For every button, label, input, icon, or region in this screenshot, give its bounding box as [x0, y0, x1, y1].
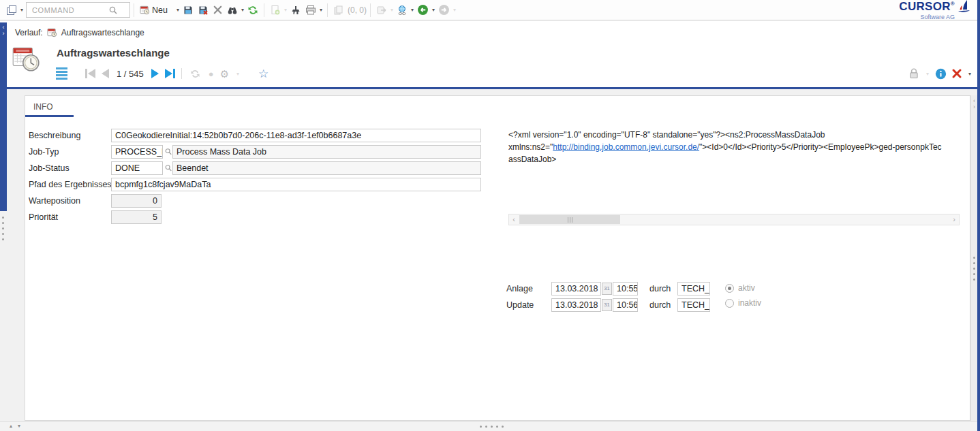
radio-aktiv[interactable]: [725, 284, 734, 293]
info-icon[interactable]: [935, 68, 947, 80]
list-menu-icon[interactable]: [55, 66, 69, 81]
update-label: Update: [506, 298, 534, 312]
pfad-field[interactable]: bcpmfg1c8fcjav9MaDaTa: [111, 178, 481, 191]
update-user-field[interactable]: TECH_U: [677, 298, 710, 312]
prioritaet-field: 5: [111, 210, 162, 224]
previous-record-button[interactable]: [102, 69, 109, 78]
reload-record-button[interactable]: [188, 67, 202, 80]
arrow-up-icon: ▴: [10, 423, 12, 429]
window-switcher-button[interactable]: [4, 3, 19, 17]
xml-content[interactable]: <?xml version="1.0" encoding="UTF-8" sta…: [508, 129, 960, 213]
breadcrumb-item[interactable]: Auftragswarteschlange: [61, 28, 144, 37]
print-caret-icon[interactable]: ▾: [318, 7, 324, 13]
right-collapse-bar[interactable]: ‹ ›: [970, 95, 977, 421]
export-button[interactable]: [374, 3, 389, 17]
search-icon[interactable]: [108, 5, 118, 15]
radio-inaktiv-label: inaktiv: [738, 298, 761, 308]
lock-caret-icon[interactable]: ▾: [925, 71, 930, 77]
tools-button[interactable]: [288, 3, 303, 17]
print-button[interactable]: [303, 3, 318, 17]
favorite-star-icon[interactable]: ☆: [258, 68, 269, 80]
logo-subtitle: Software AG: [899, 14, 955, 20]
navigate-back-button[interactable]: [415, 3, 431, 17]
window-switcher-caret-icon[interactable]: ▾: [19, 7, 25, 13]
sailboat-icon: [957, 0, 972, 16]
new-record-caret-icon[interactable]: ▾: [175, 7, 181, 13]
search-records-button[interactable]: [225, 3, 240, 17]
update-time-field[interactable]: 10:56: [613, 298, 638, 312]
job-typ-desc-field: Process Mass Data Job: [172, 145, 481, 159]
arrow-down-icon: ▾: [18, 423, 20, 429]
scrollbar-thumb[interactable]: [519, 215, 620, 224]
command-input[interactable]: [31, 5, 108, 15]
anlage-time-field[interactable]: 10:55: [613, 282, 638, 296]
first-record-button[interactable]: [85, 69, 95, 78]
refresh-button[interactable]: [245, 3, 260, 17]
save-delete-icon: [198, 5, 209, 16]
copy-stack-icon: [333, 5, 344, 16]
header-divider: [0, 87, 980, 89]
scroll-right-icon[interactable]: ›: [949, 214, 959, 225]
beschreibung-field[interactable]: C0GeokodiereInitial:14:52b0b7d0-206c-11e…: [111, 129, 481, 142]
job-typ-label: Job-Typ: [29, 145, 59, 159]
clipboard-stack-button[interactable]: [331, 3, 346, 17]
refresh-icon: [247, 5, 258, 16]
new-record-label: Neu: [152, 5, 168, 15]
right-splitter-handle[interactable]: [973, 257, 975, 281]
lock-icon[interactable]: [908, 67, 920, 80]
job-typ-lookup-icon[interactable]: [164, 147, 172, 156]
web-links-button[interactable]: [395, 3, 410, 17]
page-title: Auftragswarteschlange: [57, 47, 170, 59]
next-record-button[interactable]: [151, 69, 159, 78]
chevron-right-icon: ›: [3, 31, 5, 37]
update-durch-label: durch: [649, 298, 671, 312]
job-status-lookup-icon[interactable]: [164, 163, 172, 172]
navigate-back-caret-icon[interactable]: ▾: [431, 7, 436, 13]
tab-info[interactable]: INFO: [25, 96, 74, 117]
left-collapse-bar[interactable]: ‹ ›: [0, 22, 7, 211]
job-typ-code-field[interactable]: PROCESS_M.: [111, 145, 163, 159]
bottom-collapse-handle[interactable]: ▴ ▾: [10, 423, 20, 429]
radio-aktiv-label: aktiv: [738, 283, 755, 293]
save-delete-button[interactable]: [196, 3, 211, 17]
last-record-button[interactable]: [165, 69, 175, 78]
printer-icon: [305, 5, 316, 16]
delete-record-button[interactable]: [211, 3, 225, 16]
xml-namespace-link[interactable]: http://binding.job.common.jevi.cursor.de…: [553, 142, 699, 152]
new-document-caret-icon[interactable]: ▾: [283, 7, 288, 13]
breadcrumb-label: Verlauf:: [15, 28, 43, 37]
anlage-durch-label: durch: [649, 282, 671, 296]
export-icon: [376, 5, 387, 16]
gear-caret-icon[interactable]: ▾: [235, 71, 241, 77]
toolbar-separator: [370, 3, 371, 17]
update-calendar-button[interactable]: 31: [602, 299, 612, 311]
window-layers-icon: [6, 5, 17, 16]
navigate-forward-button[interactable]: [436, 3, 452, 17]
web-links-caret-icon[interactable]: ▾: [410, 7, 415, 13]
radio-inaktiv[interactable]: [725, 299, 734, 308]
save-button[interactable]: [181, 3, 196, 17]
header-right-icons: ▾ ▾: [908, 65, 973, 82]
left-splitter-handle[interactable]: [2, 217, 4, 240]
anlage-date-field[interactable]: 13.03.2018: [551, 282, 601, 296]
export-caret-icon[interactable]: ▾: [389, 7, 395, 13]
new-document-button[interactable]: [268, 3, 283, 17]
anlage-user-field[interactable]: TECH_U: [677, 282, 710, 296]
logo-brand: CURSOR®: [899, 0, 955, 13]
xml-horizontal-scrollbar[interactable]: ‹ ›: [508, 214, 960, 225]
gear-icon[interactable]: ⚙: [220, 69, 229, 79]
back-arrow-icon: [417, 4, 429, 16]
close-caret-icon[interactable]: ▾: [967, 71, 973, 77]
anlage-calendar-button[interactable]: 31: [602, 283, 612, 295]
warteposition-label: Warteposition: [29, 194, 80, 208]
scroll-left-icon[interactable]: ‹: [509, 214, 519, 225]
job-status-code-field[interactable]: DONE: [111, 161, 163, 175]
update-date-field[interactable]: 13.03.2018: [551, 298, 601, 312]
search-records-caret-icon[interactable]: ▾: [240, 7, 245, 13]
navigate-forward-caret-icon[interactable]: ▾: [452, 7, 457, 13]
cursor-logo: CURSOR® Software AG: [899, 0, 972, 20]
bottom-splitter-handle[interactable]: [480, 426, 504, 428]
close-icon[interactable]: [951, 68, 962, 79]
main-panel: INFO Beschreibung C0GeokodiereInitial:14…: [25, 95, 970, 421]
new-record-button[interactable]: Neu: [138, 3, 170, 16]
